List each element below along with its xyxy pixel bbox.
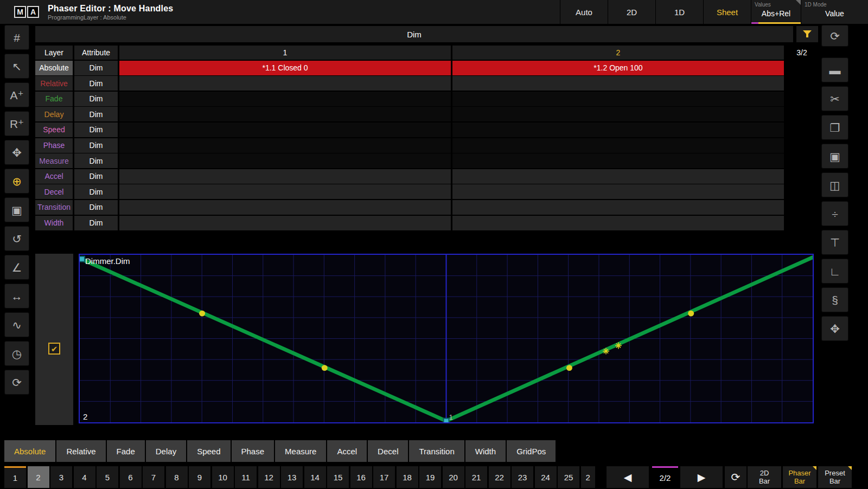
attribute-cell[interactable]: Dim (74, 123, 118, 137)
angle-tool-button[interactable]: ∠ (4, 255, 29, 280)
step1-cell[interactable] (119, 153, 451, 168)
step-button-12[interactable]: 12 (258, 466, 280, 488)
step-button-6[interactable]: 6 (120, 466, 142, 488)
step2-cell[interactable] (452, 184, 784, 199)
step-button-3[interactable]: 3 (50, 466, 72, 488)
layer-tab-width[interactable]: Width (465, 440, 506, 462)
layer-cell[interactable]: Speed (35, 123, 73, 137)
step-button-13[interactable]: 13 (281, 466, 303, 488)
step-button-18[interactable]: 18 (397, 466, 418, 488)
step1-cell[interactable]: *1.1 Closed 0 (119, 61, 451, 75)
step-button-22[interactable]: 22 (489, 466, 510, 488)
step1-cell[interactable] (119, 169, 451, 184)
layer-cell[interactable]: Delay (35, 107, 73, 121)
split-button[interactable]: ◫ (821, 172, 848, 197)
step-button-14[interactable]: 14 (304, 466, 326, 488)
s-curve-button[interactable]: § (821, 287, 848, 312)
step-button-clipped[interactable]: 2 (581, 466, 595, 488)
add-absolute-tool-button[interactable]: A⁺ (4, 82, 29, 107)
layer-tab-phase[interactable]: Phase (232, 440, 275, 462)
step2-column-header[interactable]: 2 (452, 46, 784, 60)
step-button-16[interactable]: 16 (350, 466, 372, 488)
layer-cell[interactable]: Accel (35, 169, 73, 184)
layer-cell[interactable]: Absolute (35, 61, 73, 75)
step2-cell[interactable] (452, 216, 784, 230)
step-enable-checkbox[interactable]: ✔ (48, 343, 60, 355)
step-button-2[interactable]: 2 (28, 466, 49, 488)
curve-tool-button[interactable]: ∿ (4, 312, 29, 337)
sync-button[interactable]: ⟳ (821, 25, 848, 47)
oned-mode-button[interactable]: 1D Mode Value (801, 0, 868, 24)
values-mode-button[interactable]: Values Abs+Rel (751, 0, 801, 24)
step1-cell[interactable] (119, 92, 451, 106)
attribute-column-header[interactable]: Attribute (74, 46, 118, 60)
step-button-24[interactable]: 24 (535, 466, 557, 488)
loop-button[interactable]: ⟳ (725, 466, 746, 488)
step2-cell[interactable] (452, 107, 784, 121)
attribute-cell[interactable]: Dim (74, 184, 118, 199)
step2-cell[interactable] (452, 169, 784, 184)
step-button-21[interactable]: 21 (465, 466, 487, 488)
layer-tab-measure[interactable]: Measure (275, 440, 326, 462)
layer-cell[interactable]: Transition (35, 200, 73, 215)
step1-cell[interactable] (119, 200, 451, 215)
attribute-cell[interactable]: Dim (74, 216, 118, 230)
move-tool-button[interactable]: ✥ (4, 140, 29, 165)
layer-tab-absolute[interactable]: Absolute (4, 440, 55, 462)
timing-tool-button[interactable]: ◷ (4, 341, 29, 366)
grid-tool-button[interactable]: # (4, 25, 29, 50)
step2-cell[interactable] (452, 76, 784, 91)
divide-button[interactable]: ÷ (821, 201, 848, 226)
filter-button[interactable] (796, 26, 818, 42)
layer-tab-gridpos[interactable]: GridPos (507, 440, 556, 462)
step-button-20[interactable]: 20 (443, 466, 464, 488)
attribute-cell[interactable]: Dim (74, 138, 118, 153)
next-page-button[interactable]: ▶ (680, 466, 723, 488)
layer-tab-fade[interactable]: Fade (107, 440, 145, 462)
attribute-cell[interactable]: Dim (74, 61, 118, 75)
layer-tab-delay[interactable]: Delay (146, 440, 186, 462)
step-button-25[interactable]: 25 (558, 466, 579, 488)
layer-cell[interactable]: Width (35, 216, 73, 230)
layer-tab-decel[interactable]: Decel (368, 440, 408, 462)
attribute-cell[interactable]: Dim (74, 76, 118, 91)
step-button-5[interactable]: 5 (97, 466, 118, 488)
step2-cell[interactable] (452, 123, 784, 137)
layer-column-header[interactable]: Layer (35, 46, 73, 60)
paste-button[interactable]: ▣ (821, 144, 848, 169)
step-button-19[interactable]: 19 (419, 466, 441, 488)
attribute-cell[interactable]: Dim (74, 153, 118, 168)
step2-cell[interactable]: *1.2 Open 100 (452, 61, 784, 75)
2d-bar-button[interactable]: 2DBar (748, 466, 781, 488)
step2-cell[interactable] (452, 200, 784, 215)
prev-page-button[interactable]: ◀ (607, 466, 649, 488)
step-button-10[interactable]: 10 (212, 466, 234, 488)
layer-cell[interactable]: Measure (35, 153, 73, 168)
cycle-tool-button[interactable]: ⟳ (4, 370, 29, 395)
layer-cell[interactable]: Fade (35, 92, 73, 106)
move-handles-button[interactable]: ✥ (821, 316, 848, 341)
step1-cell[interactable] (119, 184, 451, 199)
layer-tab-accel[interactable]: Accel (327, 440, 367, 462)
view-button-1d[interactable]: 1D (655, 0, 703, 24)
layer-tab-transition[interactable]: Transition (409, 440, 464, 462)
attribute-cell[interactable]: Dim (74, 107, 118, 121)
center-handles-tool-button[interactable]: ⊕ (4, 169, 29, 194)
step1-cell[interactable] (119, 138, 451, 153)
step-button-4[interactable]: 4 (74, 466, 95, 488)
step2-cell[interactable] (452, 138, 784, 153)
step-button-23[interactable]: 23 (512, 466, 533, 488)
step-button-17[interactable]: 17 (373, 466, 395, 488)
phaser-graph[interactable]: Dimmer.Dim 2 1 (79, 254, 814, 423)
step-button-7[interactable]: 7 (143, 466, 164, 488)
attribute-header-bar[interactable]: Dim (35, 26, 793, 42)
preset-bar-button[interactable]: PresetBar (818, 466, 852, 488)
step1-cell[interactable] (119, 76, 451, 91)
step-button-9[interactable]: 9 (189, 466, 210, 488)
step-button-11[interactable]: 11 (235, 466, 257, 488)
pointer-tool-button[interactable]: ↖ (4, 54, 29, 79)
align-button[interactable]: ⊤ (821, 230, 848, 255)
step1-column-header[interactable]: 1 (119, 46, 451, 60)
mirror-width-tool-button[interactable]: ↔ (4, 284, 29, 308)
layer-tab-speed[interactable]: Speed (187, 440, 230, 462)
